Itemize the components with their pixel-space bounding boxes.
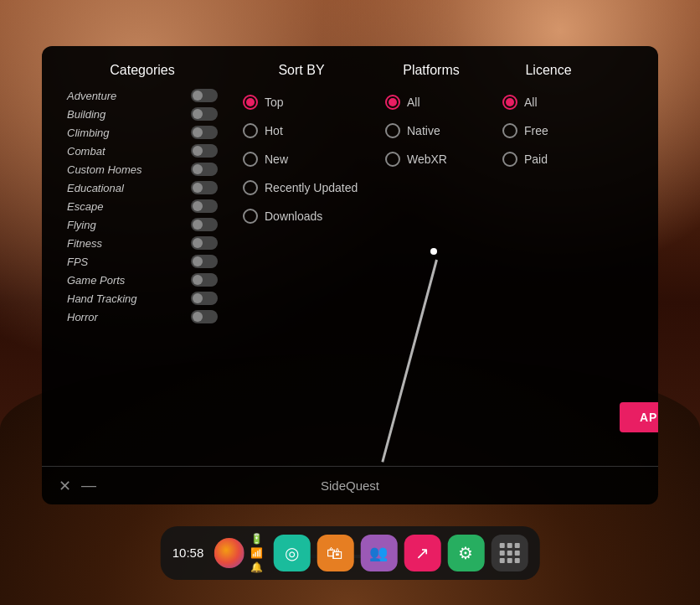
licence-free-radio[interactable] xyxy=(502,123,517,138)
sort-hot-label: Hot xyxy=(265,124,283,137)
toggle-custom-homes[interactable] xyxy=(191,163,218,176)
toggle-escape[interactable] xyxy=(191,199,218,213)
platforms-header: Platforms xyxy=(385,63,477,78)
dot-7 xyxy=(499,558,504,563)
sort-top-radio[interactable] xyxy=(243,95,258,110)
taskbar: 10:58 🔋 📶 🔔 ◎ 🛍 👥 ↗ ⚙ xyxy=(161,526,540,580)
taskbar-indicators: 🔋 📶 🔔 xyxy=(250,533,263,573)
taskbar-app-settings[interactable]: ⚙ xyxy=(447,535,484,571)
sidequest-icon: ◎ xyxy=(285,543,299,563)
platform-all-radio[interactable] xyxy=(385,95,400,110)
licence-paid-radio[interactable] xyxy=(502,152,517,167)
category-horror-label: Horror xyxy=(67,311,98,323)
platform-all-label: All xyxy=(407,96,420,109)
dot-9 xyxy=(514,558,519,563)
sort-downloads[interactable]: Downloads xyxy=(243,204,360,229)
licence-all[interactable]: All xyxy=(502,90,594,115)
toggle-hand-tracking[interactable] xyxy=(191,292,218,305)
taskbar-app-social[interactable]: 👥 xyxy=(360,535,397,571)
licence-column: Licence All Free Paid xyxy=(502,63,594,449)
platform-webxr[interactable]: WebXR xyxy=(385,147,477,172)
apply-section: APPLY xyxy=(620,63,658,449)
platform-native-label: Native xyxy=(407,124,440,137)
toggle-fitness[interactable] xyxy=(191,236,218,250)
apply-button[interactable]: APPLY xyxy=(620,402,658,432)
taskbar-app-share[interactable]: ↗ xyxy=(404,535,440,571)
category-adventure-label: Adventure xyxy=(67,90,116,102)
sort-recently-updated[interactable]: Recently Updated xyxy=(243,175,360,200)
dot-8 xyxy=(507,558,512,563)
licence-free[interactable]: Free xyxy=(502,118,594,143)
toggle-adventure[interactable] xyxy=(191,89,218,102)
category-flying: Flying xyxy=(67,215,218,234)
sort-hot[interactable]: Hot xyxy=(243,118,360,143)
category-horror: Horror xyxy=(67,308,218,326)
category-hand-tracking: Hand Tracking xyxy=(67,289,218,308)
toggle-climbing[interactable] xyxy=(191,126,218,139)
category-educational-label: Educational xyxy=(67,182,124,194)
platform-all[interactable]: All xyxy=(385,90,477,115)
toggle-educational[interactable] xyxy=(191,181,218,194)
categories-column: Categories Adventure Building Climbing C… xyxy=(67,63,218,449)
category-game-ports-label: Game Ports xyxy=(67,274,125,287)
store-icon: 🛍 xyxy=(327,544,343,563)
category-escape-label: Escape xyxy=(67,200,103,213)
category-fitness: Fitness xyxy=(67,234,218,252)
apps-grid-icon xyxy=(499,543,519,563)
platform-webxr-label: WebXR xyxy=(407,153,447,166)
category-hand-tracking-label: Hand Tracking xyxy=(67,292,137,305)
taskbar-time: 10:58 xyxy=(172,546,204,560)
window-content: Categories Adventure Building Climbing C… xyxy=(42,46,658,466)
toggle-combat[interactable] xyxy=(191,144,218,158)
licence-all-label: All xyxy=(524,96,538,109)
dot-5 xyxy=(507,551,512,556)
toggle-horror[interactable] xyxy=(191,310,218,323)
battery-row: 🔋 xyxy=(250,533,263,545)
social-icon: 👥 xyxy=(369,544,388,562)
category-flying-label: Flying xyxy=(67,219,96,231)
category-escape: Escape xyxy=(67,197,218,215)
dot-4 xyxy=(499,551,504,556)
sort-recently-updated-label: Recently Updated xyxy=(265,181,358,194)
taskbar-app-grid[interactable] xyxy=(491,535,528,571)
close-button[interactable]: ✕ xyxy=(59,477,71,495)
sort-recently-updated-radio[interactable] xyxy=(243,180,258,195)
sort-downloads-label: Downloads xyxy=(265,209,322,223)
category-climbing-label: Climbing xyxy=(67,127,110,139)
toggle-game-ports[interactable] xyxy=(191,273,218,287)
sort-column: Sort BY Top Hot New Recently Updated xyxy=(243,63,360,449)
sort-hot-radio[interactable] xyxy=(243,123,258,138)
toggle-fps[interactable] xyxy=(191,255,218,268)
sort-new[interactable]: New xyxy=(243,147,360,172)
window-controls: ✕ — xyxy=(59,477,96,495)
dot-3 xyxy=(514,543,519,548)
taskbar-app-store[interactable]: 🛍 xyxy=(317,535,353,571)
platform-native[interactable]: Native xyxy=(385,118,477,143)
toggle-building[interactable] xyxy=(191,107,218,121)
licence-all-radio[interactable] xyxy=(502,95,517,110)
category-adventure: Adventure xyxy=(67,86,218,105)
platform-webxr-radio[interactable] xyxy=(385,152,400,167)
sort-downloads-radio[interactable] xyxy=(243,209,258,224)
taskbar-avatar[interactable] xyxy=(214,538,244,568)
wifi-icon: 📶 xyxy=(250,547,263,559)
sort-top[interactable]: Top xyxy=(243,90,360,115)
dot-1 xyxy=(499,543,504,548)
category-combat: Combat xyxy=(67,142,218,160)
category-building: Building xyxy=(67,105,218,123)
licence-paid[interactable]: Paid xyxy=(502,147,594,172)
category-fps-label: FPS xyxy=(67,256,88,268)
sort-new-radio[interactable] xyxy=(243,152,258,167)
category-fitness-label: Fitness xyxy=(67,237,102,250)
toggle-flying[interactable] xyxy=(191,218,218,231)
platform-native-radio[interactable] xyxy=(385,123,400,138)
window-titlebar: ✕ — SideQuest xyxy=(42,466,658,504)
category-custom-homes: Custom Homes xyxy=(67,160,218,178)
licence-free-label: Free xyxy=(524,124,548,137)
minimize-button[interactable]: — xyxy=(81,477,96,494)
category-fps: FPS xyxy=(67,252,218,271)
category-game-ports: Game Ports xyxy=(67,271,218,289)
category-custom-homes-label: Custom Homes xyxy=(67,163,142,176)
taskbar-app-sidequest[interactable]: ◎ xyxy=(273,535,310,571)
avatar-image xyxy=(214,538,244,568)
